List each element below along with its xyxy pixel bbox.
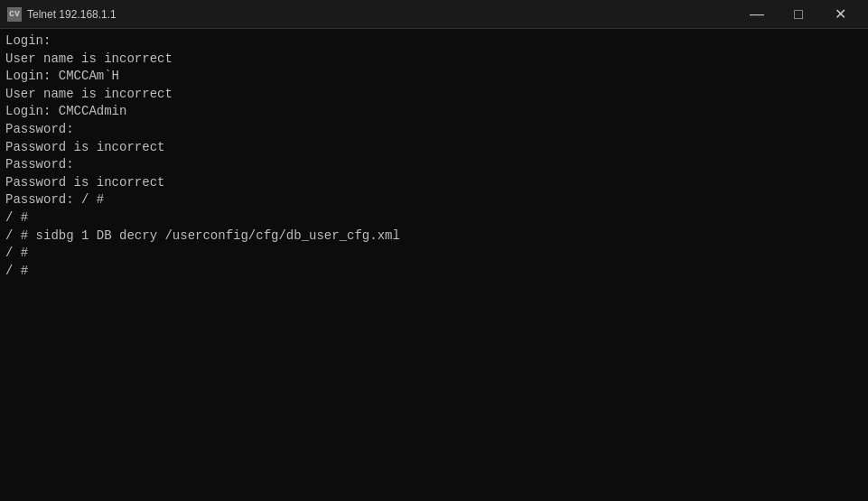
close-button[interactable]: ✕ xyxy=(819,0,861,29)
window-controls: — □ ✕ xyxy=(736,0,861,29)
maximize-button[interactable]: □ xyxy=(778,0,819,29)
window: cv Telnet 192.168.1.1 — □ ✕ Login: User … xyxy=(0,0,868,501)
terminal-body: Login: User name is incorrect Login: CMC… xyxy=(0,29,868,501)
window-title: Telnet 192.168.1.1 xyxy=(27,8,736,21)
terminal-output: Login: User name is incorrect Login: CMC… xyxy=(5,32,863,280)
minimize-button[interactable]: — xyxy=(736,0,778,29)
app-icon: cv xyxy=(7,7,22,22)
titlebar: cv Telnet 192.168.1.1 — □ ✕ xyxy=(0,0,868,29)
